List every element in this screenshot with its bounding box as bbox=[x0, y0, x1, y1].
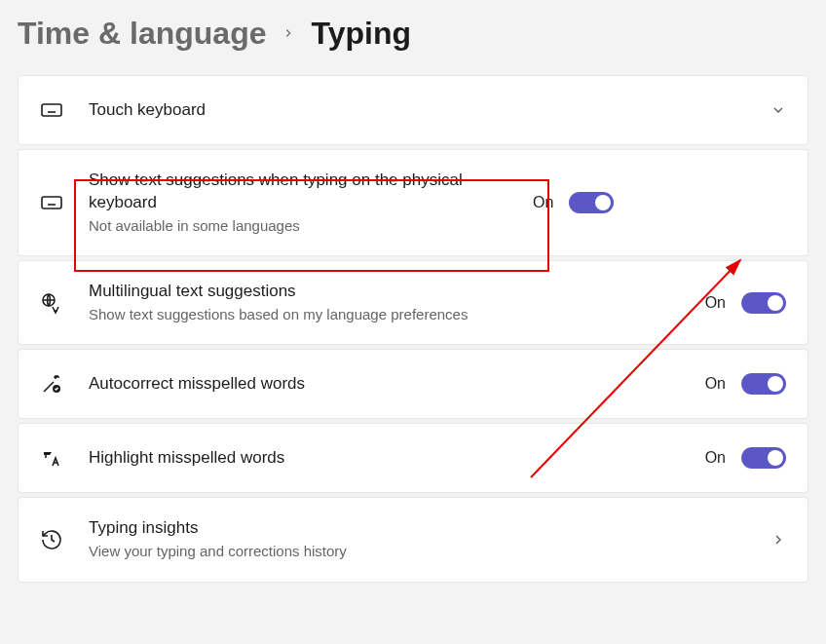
setting-title: Highlight misspelled words bbox=[89, 447, 705, 470]
wand-check-icon bbox=[40, 372, 75, 396]
toggle-switch[interactable] bbox=[569, 192, 614, 213]
toggle-state-label: On bbox=[705, 294, 726, 312]
settings-list: Touch keyboard Show text suggestions whe… bbox=[0, 75, 826, 583]
toggle-switch[interactable] bbox=[741, 447, 786, 469]
history-icon bbox=[40, 528, 75, 551]
toggle-switch[interactable] bbox=[741, 373, 786, 395]
toggle-state-label: On bbox=[533, 194, 553, 211]
toggle-state-label: On bbox=[705, 449, 726, 467]
setting-touch-keyboard[interactable]: Touch keyboard bbox=[18, 75, 808, 145]
chevron-down-icon bbox=[770, 102, 786, 118]
toggle-state-label: On bbox=[705, 375, 726, 393]
highlight-letter-icon bbox=[40, 446, 75, 470]
setting-highlight-misspelled[interactable]: Highlight misspelled words On bbox=[18, 423, 808, 493]
breadcrumb-current: Typing bbox=[311, 16, 411, 52]
breadcrumb: Time & language Typing bbox=[0, 0, 826, 75]
chevron-right-icon bbox=[282, 22, 295, 45]
toggle-switch[interactable] bbox=[741, 292, 786, 314]
svg-rect-0 bbox=[42, 104, 61, 116]
setting-title: Autocorrect misspelled words bbox=[89, 373, 705, 396]
chevron-right-icon bbox=[770, 532, 786, 548]
setting-title: Typing insights bbox=[89, 517, 770, 540]
keyboard-icon bbox=[40, 98, 75, 122]
setting-subtitle: Not available in some languages bbox=[89, 216, 533, 236]
setting-physical-keyboard-suggestions[interactable]: Show text suggestions when typing on the… bbox=[18, 149, 808, 256]
setting-title: Touch keyboard bbox=[89, 99, 770, 122]
setting-multilingual-suggestions[interactable]: Multilingual text suggestions Show text … bbox=[18, 260, 808, 345]
setting-title: Show text suggestions when typing on the… bbox=[89, 170, 533, 214]
setting-title: Multilingual text suggestions bbox=[89, 281, 705, 303]
keyboard-icon bbox=[40, 191, 75, 214]
setting-typing-insights[interactable]: Typing insights View your typing and cor… bbox=[18, 497, 808, 582]
breadcrumb-parent[interactable]: Time & language bbox=[18, 16, 266, 52]
svg-rect-6 bbox=[42, 197, 61, 208]
setting-subtitle: Show text suggestions based on my langua… bbox=[89, 305, 705, 324]
setting-subtitle: View your typing and corrections history bbox=[89, 542, 770, 561]
globe-translate-icon bbox=[40, 291, 75, 315]
setting-autocorrect[interactable]: Autocorrect misspelled words On bbox=[18, 349, 808, 419]
